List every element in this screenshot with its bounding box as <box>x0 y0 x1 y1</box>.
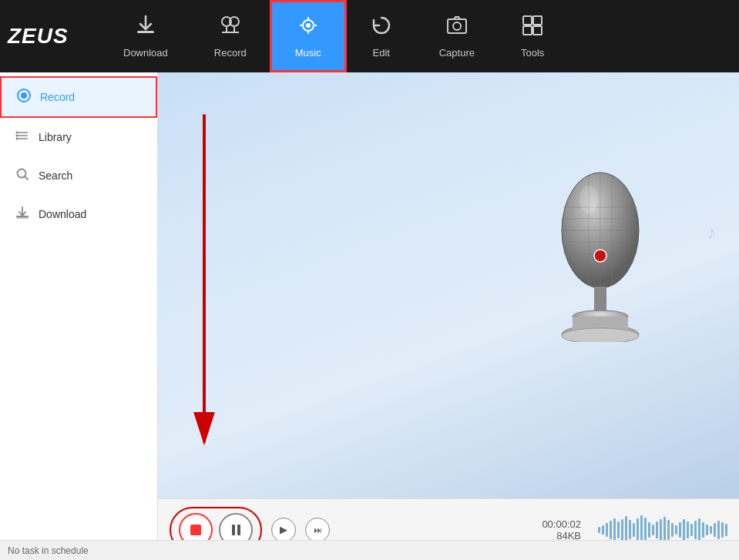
edit-icon <box>370 14 393 42</box>
record-icon <box>219 14 242 42</box>
wave-bar <box>702 522 704 538</box>
wave-bar <box>633 523 635 537</box>
music-icon <box>297 14 320 42</box>
status-bar: No task in schedule <box>0 540 739 560</box>
wave-bar <box>656 521 658 538</box>
wave-bar <box>698 518 700 542</box>
sidebar-item-record[interactable]: Record <box>0 76 157 118</box>
svg-rect-9 <box>523 26 532 35</box>
wave-bar <box>617 521 620 538</box>
download-sidebar-icon <box>15 206 29 223</box>
svg-point-16 <box>16 132 18 134</box>
wave-bar <box>721 522 724 538</box>
sidebar-item-download[interactable]: Download <box>0 195 157 233</box>
svg-point-18 <box>16 138 18 140</box>
tab-edit-label: Edit <box>373 47 390 59</box>
pause-icon <box>232 525 240 535</box>
svg-point-6 <box>453 22 461 30</box>
main-content-area: ♪ <box>158 72 739 498</box>
time-display: 00:00:02 84KB <box>542 518 581 542</box>
tab-download-label: Download <box>123 47 168 59</box>
svg-rect-5 <box>448 19 466 33</box>
wave-bar <box>648 522 650 538</box>
svg-line-20 <box>25 176 28 179</box>
tab-record-label: Record <box>214 47 247 59</box>
sidebar-download-label: Download <box>39 208 86 220</box>
sidebar-record-label: Record <box>40 91 75 103</box>
app-logo: ZEUS <box>8 24 100 49</box>
wave-bar <box>717 521 720 539</box>
library-icon <box>15 129 29 146</box>
play-button[interactable]: ▶ <box>271 518 296 542</box>
elapsed-time: 00:00:02 <box>542 518 581 530</box>
tab-capture[interactable]: Capture <box>416 0 498 72</box>
wave-bar <box>714 523 716 537</box>
status-text: No task in schedule <box>8 545 89 556</box>
wave-bar <box>679 522 681 538</box>
wave-bar <box>725 524 727 536</box>
wave-bar <box>606 523 608 537</box>
svg-point-31 <box>579 186 598 213</box>
wave-bar <box>694 521 697 539</box>
sidebar-library-label: Library <box>39 131 72 143</box>
nav-tabs: Download Record Music <box>100 0 731 72</box>
sidebar-item-search[interactable]: Search <box>0 156 157 195</box>
tab-music[interactable]: Music <box>270 0 347 72</box>
sidebar: Record Library S <box>0 72 158 560</box>
tab-music-label: Music <box>295 47 321 59</box>
wave-bar <box>683 519 685 541</box>
sidebar-item-library[interactable]: Library <box>0 118 157 156</box>
stop-icon <box>190 525 201 535</box>
tools-icon <box>521 14 544 42</box>
svg-point-17 <box>16 135 18 137</box>
wave-bar <box>613 518 616 542</box>
wave-bar <box>671 523 673 537</box>
download-icon <box>134 14 157 42</box>
wave-bar <box>625 516 627 543</box>
svg-rect-8 <box>533 16 542 25</box>
skip-button[interactable]: ⏭ <box>305 518 330 542</box>
sidebar-search-label: Search <box>39 169 72 182</box>
wave-bar <box>602 525 604 535</box>
wave-bar <box>660 519 662 541</box>
svg-rect-7 <box>523 16 532 25</box>
wave-bar <box>687 521 689 538</box>
svg-point-4 <box>306 23 311 28</box>
svg-rect-10 <box>533 26 542 35</box>
microphone-illustration <box>539 165 662 345</box>
wave-bar <box>667 520 670 540</box>
svg-point-36 <box>562 328 639 342</box>
wave-bar <box>598 527 600 533</box>
wave-bar <box>644 518 647 542</box>
svg-point-12 <box>21 92 27 99</box>
sound-wave-right: ♪ <box>707 222 716 243</box>
tab-download[interactable]: Download <box>100 0 191 72</box>
tab-tools-label: Tools <box>521 47 544 59</box>
skip-icon: ⏭ <box>314 525 322 535</box>
app-header: ZEUS Download Record <box>0 0 739 72</box>
wave-bar <box>652 525 654 535</box>
svg-rect-32 <box>594 287 606 314</box>
record-circle-icon <box>17 89 31 106</box>
wave-bar <box>706 525 708 535</box>
tab-tools[interactable]: Tools <box>498 0 567 72</box>
wave-bar <box>663 517 666 543</box>
search-icon <box>15 167 29 184</box>
wave-bar <box>710 526 712 534</box>
svg-rect-0 <box>137 31 154 33</box>
wave-bar <box>637 518 639 542</box>
wave-bar <box>675 525 677 535</box>
tab-record[interactable]: Record <box>191 0 270 72</box>
svg-point-30 <box>594 250 606 262</box>
capture-icon <box>445 14 469 42</box>
wave-bar <box>690 524 693 536</box>
tab-capture-label: Capture <box>439 47 475 59</box>
wave-bar <box>621 519 623 541</box>
wave-bar <box>629 520 631 539</box>
play-icon: ▶ <box>280 524 287 535</box>
wave-bar <box>610 521 612 539</box>
tab-edit[interactable]: Edit <box>347 0 416 72</box>
